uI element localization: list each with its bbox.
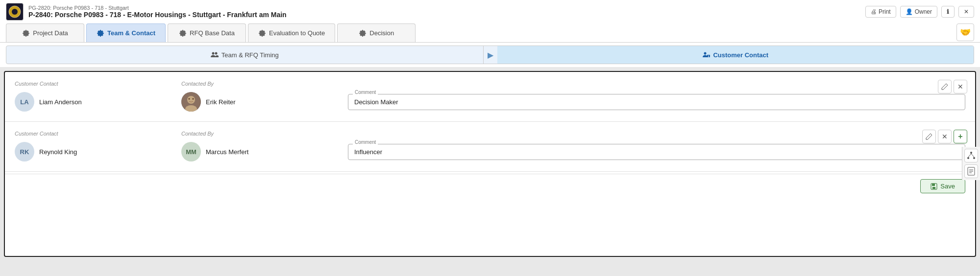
- add-icon: +: [958, 132, 962, 141]
- close-button[interactable]: ✕: [958, 6, 974, 18]
- add-button[interactable]: +: [954, 130, 967, 143]
- edit-button-1[interactable]: [938, 80, 952, 93]
- tab-decision[interactable]: Decision: [337, 23, 416, 42]
- subtabs-row: Team & RFQ Timing ▶ Customer Contact: [6, 46, 974, 64]
- tree-icon-button[interactable]: [964, 149, 978, 162]
- svg-point-2: [212, 52, 214, 55]
- header-actions: 🖨 Print 👤 Owner ℹ ✕: [865, 6, 974, 18]
- avatar-la: LA: [15, 92, 34, 112]
- row-actions-2: ✕ +: [922, 130, 967, 143]
- save-button[interactable]: Save: [920, 179, 965, 193]
- subtab-team-rfq-timing[interactable]: Team & RFQ Timing: [6, 46, 484, 64]
- tab-team-contact-label: Team & Contact: [107, 29, 155, 37]
- contacted-by-name-1: Erik Reiter: [206, 98, 236, 106]
- subtab-customer-contact[interactable]: Customer Contact: [497, 46, 974, 64]
- svg-line-20: [971, 154, 974, 157]
- customer-person-1: LA Liam Anderson: [15, 92, 181, 112]
- main-tabs: Project Data Team & Contact RFQ Base Dat…: [6, 23, 974, 42]
- owner-icon: 👤: [906, 8, 913, 15]
- svg-point-16: [970, 152, 972, 154]
- svg-point-12: [193, 98, 194, 100]
- comment-input-2[interactable]: [348, 144, 965, 160]
- right-sidebar: [962, 147, 980, 180]
- subtab-team-rfq-timing-label: Team & RFQ Timing: [221, 51, 279, 59]
- close-icon: ✕: [964, 8, 969, 15]
- avatar-initials-2: RK: [20, 148, 29, 156]
- face-svg: [181, 92, 201, 112]
- avatar-initials-1: LA: [20, 98, 28, 106]
- contacted-by-person-2: MM Marcus Merfert: [181, 142, 348, 161]
- header-titles: PG-2820: Porsche P0983 - 718 - Stuttgart…: [28, 5, 287, 19]
- owner-button[interactable]: 👤 Owner: [900, 6, 937, 18]
- contacted-by-name-2: Marcus Merfert: [206, 148, 248, 156]
- close-icon: ✕: [957, 83, 963, 91]
- edit-icon: [926, 133, 932, 140]
- header-title: P-2840: Porsche P0983 - 718 - E-Motor Ho…: [28, 11, 287, 19]
- svg-point-3: [215, 52, 217, 55]
- save-icon: [931, 183, 937, 190]
- header-top: PG-2820: Porsche P0983 - 718 - Stuttgart…: [6, 3, 974, 23]
- contacted-by-person-1: Erik Reiter: [181, 92, 348, 112]
- tab-evaluation-to-quote[interactable]: Evaluation to Quote: [248, 23, 335, 42]
- svg-point-17: [967, 157, 969, 159]
- tab-project-data[interactable]: Project Data: [6, 23, 84, 42]
- svg-point-1: [12, 9, 18, 15]
- customer-contact-label-2: Customer Contact: [15, 131, 58, 137]
- delete-button-1[interactable]: ✕: [954, 80, 967, 93]
- contacted-by-label-2: Contacted By: [181, 131, 214, 137]
- info-button[interactable]: ℹ: [941, 6, 955, 18]
- handshake-button[interactable]: 🤝: [956, 23, 974, 41]
- gear-icon: [97, 29, 104, 37]
- comment-input-1[interactable]: [348, 94, 965, 110]
- contact-row-2-body: RK Reynold King MM Marcus Merfert Commen…: [15, 142, 965, 161]
- tree-icon: [967, 151, 976, 160]
- customer-person-2: RK Reynold King: [15, 142, 181, 161]
- contact-row-1: Customer Contact Contacted By LA Liam An…: [5, 72, 975, 122]
- comment-field-1: Comment: [348, 94, 965, 110]
- header: PG-2820: Porsche P0983 - 718 - Stuttgart…: [0, 0, 980, 43]
- printer-icon: 🖨: [871, 8, 877, 15]
- comment-label-1: Comment: [353, 90, 378, 95]
- customer-contact-icon: [702, 51, 710, 59]
- edit-button-2[interactable]: [922, 130, 936, 143]
- tab-evaluation-to-quote-label: Evaluation to Quote: [269, 29, 325, 37]
- subtab-arrow: ▶: [484, 46, 497, 64]
- comment-field-2: Comment: [348, 144, 965, 160]
- header-subtitle: PG-2820: Porsche P0983 - 718 - Stuttgart: [28, 5, 287, 11]
- edit-icon: [941, 83, 948, 90]
- svg-point-4: [704, 52, 707, 55]
- tab-rfq-base-data-label: RFQ Base Data: [190, 29, 235, 37]
- print-button[interactable]: 🖨 Print: [865, 6, 896, 18]
- print-label: Print: [879, 8, 891, 15]
- tab-team-contact[interactable]: Team & Contact: [86, 23, 166, 42]
- avatar-photo-er: [181, 92, 201, 112]
- contact-row-2: Customer Contact Contacted By RK Reynold…: [5, 122, 975, 172]
- info-icon: ℹ: [947, 8, 949, 15]
- avatar-rk: RK: [15, 142, 34, 161]
- tab-project-data-label: Project Data: [33, 29, 68, 37]
- svg-rect-14: [932, 184, 935, 186]
- avatar-mm: MM: [181, 142, 201, 161]
- svg-point-18: [973, 157, 975, 159]
- customer-contact-label-1: Customer Contact: [15, 81, 58, 87]
- main-content: Customer Contact Contacted By LA Liam An…: [4, 71, 976, 257]
- delete-button-2[interactable]: ✕: [938, 130, 952, 143]
- svg-line-19: [968, 154, 971, 157]
- subtabs-container: Team & RFQ Timing ▶ Customer Contact: [0, 43, 980, 67]
- company-logo: [6, 3, 24, 21]
- document-icon: [967, 167, 975, 176]
- gear-icon: [179, 29, 187, 37]
- contact-row-1-header: Customer Contact Contacted By: [15, 80, 965, 87]
- contact-row-2-header: Customer Contact Contacted By: [15, 130, 965, 137]
- people-icon: [211, 51, 219, 59]
- document-icon-button[interactable]: [964, 164, 978, 178]
- tab-rfq-base-data[interactable]: RFQ Base Data: [168, 23, 246, 42]
- svg-point-11: [189, 98, 190, 100]
- tab-decision-label: Decision: [369, 29, 394, 37]
- header-left: PG-2820: Porsche P0983 - 718 - Stuttgart…: [6, 3, 287, 21]
- save-label: Save: [940, 183, 955, 190]
- owner-label: Owner: [915, 8, 932, 15]
- row-actions-1: ✕: [938, 80, 967, 93]
- contacted-by-label-1: Contacted By: [181, 81, 214, 87]
- close-icon: ✕: [942, 133, 948, 140]
